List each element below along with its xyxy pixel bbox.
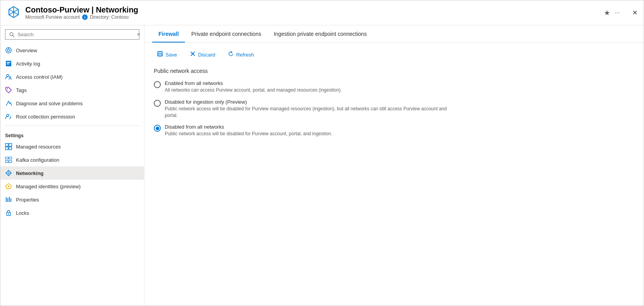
save-button[interactable]: Save bbox=[154, 49, 180, 60]
discard-icon bbox=[190, 51, 196, 58]
tab-firewall[interactable]: Firewall bbox=[152, 25, 185, 42]
info-icon[interactable]: i bbox=[82, 14, 88, 20]
header-subtitle: Microsoft Purview account i Directory: C… bbox=[25, 14, 604, 20]
sidebar-item-access-control[interactable]: Access control (IAM) bbox=[0, 70, 144, 83]
settings-section-label: Settings bbox=[0, 128, 144, 140]
sidebar-item-overview[interactable]: Overview bbox=[0, 44, 144, 57]
close-button[interactable]: ✕ bbox=[632, 9, 637, 16]
main-layout: « Overview Activity log Acc bbox=[0, 25, 644, 306]
sidebar-item-label: Properties bbox=[16, 197, 39, 203]
radio-desc-enabled-all: All networks can access Purview account,… bbox=[165, 87, 342, 94]
tab-private-endpoint[interactable]: Private endpoint connections bbox=[185, 25, 267, 42]
sidebar-item-label: Access control (IAM) bbox=[16, 74, 63, 80]
diagnose-icon bbox=[5, 100, 12, 107]
sidebar-item-root-collection[interactable]: Root collection permission bbox=[0, 110, 144, 123]
favorite-button[interactable]: ★ bbox=[604, 9, 610, 17]
svg-rect-37 bbox=[158, 54, 162, 56]
radio-title-disabled-all: Disabled from all networks bbox=[165, 124, 332, 130]
sidebar-item-managed-resources[interactable]: Managed resources bbox=[0, 140, 144, 153]
svg-line-5 bbox=[13, 35, 14, 37]
svg-point-14 bbox=[7, 88, 8, 89]
managed-identities-icon bbox=[5, 183, 12, 190]
more-options-button[interactable]: ··· bbox=[615, 9, 620, 16]
sidebar-item-label: Tags bbox=[16, 87, 26, 93]
sidebar-item-managed-identities[interactable]: Managed identities (preview) bbox=[0, 180, 144, 193]
radio-enabled-all[interactable] bbox=[154, 81, 161, 88]
tags-icon bbox=[5, 87, 12, 94]
save-icon bbox=[157, 51, 163, 58]
sidebar-item-locks[interactable]: Locks bbox=[0, 206, 144, 219]
radio-disabled-ingestion[interactable] bbox=[154, 100, 161, 107]
discard-button[interactable]: Discard bbox=[187, 49, 218, 60]
search-input[interactable] bbox=[18, 32, 135, 37]
toolbar: Save Discard Refresh bbox=[154, 49, 634, 60]
kafka-icon bbox=[5, 156, 12, 163]
svg-rect-16 bbox=[5, 143, 8, 146]
header-title-block: Contoso-Purview | Networking Microsoft P… bbox=[25, 5, 604, 20]
app-logo bbox=[7, 5, 21, 20]
radio-label-disabled-all: Disabled from all networks Public networ… bbox=[165, 124, 332, 137]
sidebar-navigation: Overview Activity log Access control (IA… bbox=[0, 44, 144, 306]
search-icon bbox=[9, 32, 14, 37]
svg-rect-21 bbox=[9, 157, 12, 159]
sidebar-item-activity-log[interactable]: Activity log bbox=[0, 57, 144, 70]
svg-point-12 bbox=[7, 74, 9, 77]
sidebar-item-tags[interactable]: Tags bbox=[0, 83, 144, 97]
svg-rect-18 bbox=[5, 147, 8, 150]
svg-rect-30 bbox=[7, 198, 8, 202]
search-box[interactable] bbox=[5, 29, 139, 40]
svg-point-13 bbox=[9, 76, 11, 78]
sidebar-item-label: Managed identities (preview) bbox=[16, 184, 81, 189]
section-title: Public network access bbox=[154, 68, 634, 74]
sidebar-item-diagnose[interactable]: Diagnose and solve problems bbox=[0, 97, 144, 110]
radio-item-disabled-ingestion: Disabled for ingestion only (Preview) Pu… bbox=[154, 99, 634, 119]
tab-bar: Firewall Private endpoint connections In… bbox=[144, 25, 644, 43]
sidebar-item-label: Activity log bbox=[16, 61, 40, 67]
refresh-icon bbox=[228, 51, 234, 58]
collapse-button[interactable]: « bbox=[137, 31, 140, 37]
root-collection-icon bbox=[5, 113, 12, 120]
svg-rect-17 bbox=[9, 143, 12, 146]
sidebar-item-networking[interactable]: Networking bbox=[0, 166, 144, 180]
sidebar-search-area bbox=[0, 25, 144, 44]
radio-title-enabled-all: Enabled from all networks bbox=[165, 80, 342, 86]
refresh-label: Refresh bbox=[236, 52, 254, 58]
refresh-button[interactable]: Refresh bbox=[225, 49, 257, 60]
header-actions: ★ ··· ✕ bbox=[604, 9, 637, 17]
content-body: Save Discard Refresh Public network acce… bbox=[144, 43, 644, 143]
radio-desc-disabled-all: Public network access will be disabled f… bbox=[165, 131, 332, 137]
svg-marker-40 bbox=[231, 51, 232, 53]
svg-point-15 bbox=[7, 114, 9, 117]
svg-point-28 bbox=[8, 186, 9, 187]
svg-rect-20 bbox=[5, 157, 8, 159]
sidebar-item-label: Kafka configuration bbox=[16, 157, 59, 163]
activity-log-icon bbox=[5, 60, 12, 67]
overview-icon bbox=[5, 47, 12, 54]
directory-label: Directory: Contoso bbox=[90, 14, 128, 20]
radio-item-enabled-all: Enabled from all networks All networks c… bbox=[154, 80, 634, 94]
sidebar-item-label: Networking bbox=[16, 170, 44, 176]
tab-ingestion-endpoint[interactable]: Ingestion private endpoint connections bbox=[267, 25, 373, 42]
svg-rect-23 bbox=[9, 161, 12, 163]
properties-icon bbox=[5, 196, 12, 203]
page-title: Contoso-Purview | Networking bbox=[25, 5, 604, 14]
network-access-options: Enabled from all networks All networks c… bbox=[154, 80, 634, 137]
networking-icon bbox=[5, 170, 12, 177]
sidebar-item-kafka[interactable]: Kafka configuration bbox=[0, 153, 144, 166]
radio-label-disabled-ingestion: Disabled for ingestion only (Preview) Pu… bbox=[165, 99, 453, 119]
discard-label: Discard bbox=[198, 52, 215, 58]
app-header: Contoso-Purview | Networking Microsoft P… bbox=[0, 0, 644, 25]
svg-rect-10 bbox=[7, 62, 11, 63]
radio-disabled-all[interactable] bbox=[154, 125, 161, 132]
sidebar-item-properties[interactable]: Properties bbox=[0, 193, 144, 206]
radio-label-enabled-all: Enabled from all networks All networks c… bbox=[165, 80, 342, 94]
title-text: Contoso-Purview | Networking bbox=[25, 5, 138, 14]
sidebar-item-label: Diagnose and solve problems bbox=[16, 101, 83, 106]
radio-title-disabled-ingestion: Disabled for ingestion only (Preview) bbox=[165, 99, 453, 105]
svg-rect-22 bbox=[5, 161, 8, 163]
svg-point-34 bbox=[8, 214, 9, 215]
main-content: Firewall Private endpoint connections In… bbox=[144, 25, 644, 306]
radio-desc-disabled-ingestion: Public network access will be disabled f… bbox=[165, 106, 453, 119]
svg-rect-19 bbox=[9, 147, 12, 150]
svg-rect-31 bbox=[9, 197, 10, 202]
